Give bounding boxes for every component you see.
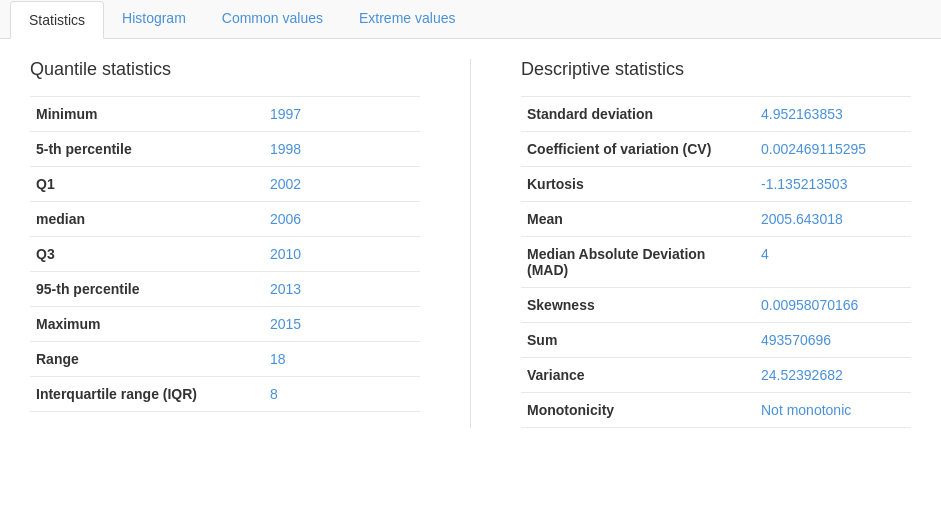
row-value: 2002 [264, 167, 420, 202]
tab-common-values[interactable]: Common values [204, 0, 341, 38]
row-value: 18 [264, 342, 420, 377]
row-label: Median Absolute Deviation (MAD) [521, 237, 755, 288]
row-label: Range [30, 342, 264, 377]
row-label: Kurtosis [521, 167, 755, 202]
row-value: 4.952163853 [755, 97, 911, 132]
table-row: Monotonicity Not monotonic [521, 393, 911, 428]
quantile-table: Minimum 1997 5-th percentile 1998 Q1 200… [30, 96, 420, 412]
table-row: Coefficient of variation (CV) 0.00246911… [521, 132, 911, 167]
table-row: median 2006 [30, 202, 420, 237]
row-value: 2015 [264, 307, 420, 342]
row-label: Interquartile range (IQR) [30, 377, 264, 412]
row-label: Maximum [30, 307, 264, 342]
table-row: Median Absolute Deviation (MAD) 4 [521, 237, 911, 288]
tab-statistics[interactable]: Statistics [10, 1, 104, 39]
row-value: 0.00958070166 [755, 288, 911, 323]
row-label: Coefficient of variation (CV) [521, 132, 755, 167]
descriptive-title: Descriptive statistics [521, 59, 911, 80]
row-value: 2005.643018 [755, 202, 911, 237]
row-label: Monotonicity [521, 393, 755, 428]
table-row: Kurtosis -1.135213503 [521, 167, 911, 202]
table-row: Variance 24.52392682 [521, 358, 911, 393]
row-value: 24.52392682 [755, 358, 911, 393]
table-row: 5-th percentile 1998 [30, 132, 420, 167]
row-value: 2010 [264, 237, 420, 272]
row-label: median [30, 202, 264, 237]
row-label: 5-th percentile [30, 132, 264, 167]
row-value: 1997 [264, 97, 420, 132]
row-value: 8 [264, 377, 420, 412]
table-row: Range 18 [30, 342, 420, 377]
row-value: 1998 [264, 132, 420, 167]
main-content: Quantile statistics Minimum 1997 5-th pe… [0, 39, 941, 448]
row-value: -1.135213503 [755, 167, 911, 202]
row-label: Variance [521, 358, 755, 393]
row-label: Skewness [521, 288, 755, 323]
table-row: Q1 2002 [30, 167, 420, 202]
table-row: Skewness 0.00958070166 [521, 288, 911, 323]
row-label: Standard deviation [521, 97, 755, 132]
row-label: Sum [521, 323, 755, 358]
tabs-bar: StatisticsHistogramCommon valuesExtreme … [0, 0, 941, 39]
column-divider [470, 59, 471, 428]
table-row: Standard deviation 4.952163853 [521, 97, 911, 132]
quantile-section: Quantile statistics Minimum 1997 5-th pe… [30, 59, 420, 428]
row-value: Not monotonic [755, 393, 911, 428]
tab-extreme-values[interactable]: Extreme values [341, 0, 473, 38]
table-row: Sum 493570696 [521, 323, 911, 358]
row-label: Q3 [30, 237, 264, 272]
table-row: Minimum 1997 [30, 97, 420, 132]
table-row: 95-th percentile 2013 [30, 272, 420, 307]
descriptive-section: Descriptive statistics Standard deviatio… [521, 59, 911, 428]
table-row: Q3 2010 [30, 237, 420, 272]
row-value: 4 [755, 237, 911, 288]
row-value: 2013 [264, 272, 420, 307]
table-row: Mean 2005.643018 [521, 202, 911, 237]
table-row: Interquartile range (IQR) 8 [30, 377, 420, 412]
row-value: 2006 [264, 202, 420, 237]
table-row: Maximum 2015 [30, 307, 420, 342]
descriptive-table: Standard deviation 4.952163853 Coefficie… [521, 96, 911, 428]
row-value: 0.002469115295 [755, 132, 911, 167]
row-label: Minimum [30, 97, 264, 132]
quantile-title: Quantile statistics [30, 59, 420, 80]
row-label: 95-th percentile [30, 272, 264, 307]
row-value: 493570696 [755, 323, 911, 358]
row-label: Q1 [30, 167, 264, 202]
row-label: Mean [521, 202, 755, 237]
tab-histogram[interactable]: Histogram [104, 0, 204, 38]
